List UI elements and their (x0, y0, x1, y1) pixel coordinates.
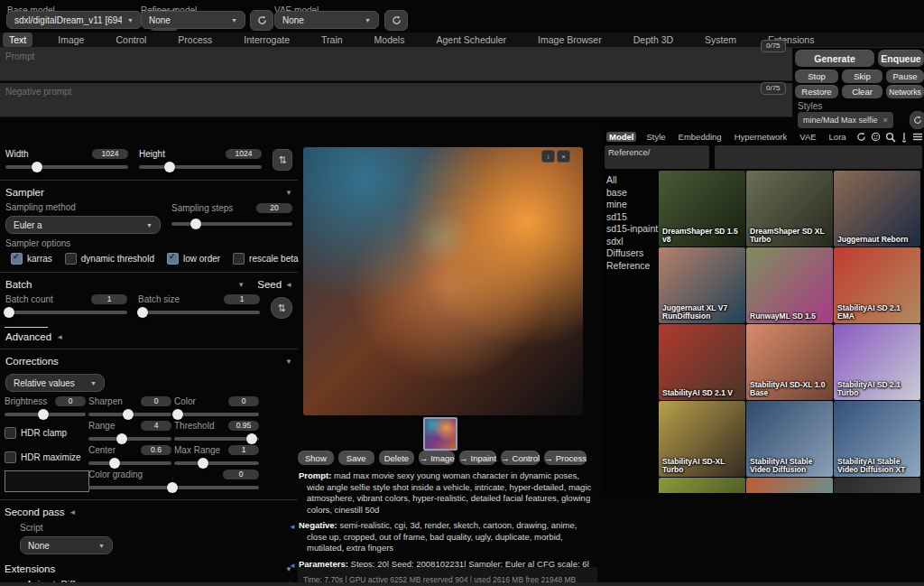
networks-folder-item[interactable]: Diffusers (606, 247, 659, 260)
prompt-input[interactable] (0, 48, 792, 81)
stop-button[interactable]: Stop (795, 70, 838, 83)
main-tab[interactable]: Text (3, 33, 32, 47)
center-slider[interactable] (88, 461, 171, 465)
batch-size-handle[interactable] (137, 307, 148, 318)
networks-tab[interactable]: Model (606, 132, 636, 142)
model-card[interactable]: StabilityAI SD 2.1 V (659, 324, 745, 400)
corrections-mode-select[interactable]: Relative values▼ (5, 374, 105, 392)
pause-button[interactable]: Pause (886, 70, 924, 83)
width-slider[interactable] (5, 165, 128, 169)
model-card[interactable]: DreamShaper SD 1.5 v8 (659, 171, 745, 246)
networks-folder-item[interactable]: Reference (606, 260, 659, 273)
checkbox[interactable] (5, 451, 16, 463)
width-slider-handle[interactable] (32, 162, 42, 172)
second-pass-section-header[interactable]: Second pass◄ (5, 505, 292, 519)
sampler-section-header[interactable]: Sampler▼ (5, 185, 292, 200)
generated-image[interactable] (303, 147, 583, 415)
selected-style-tag[interactable]: mine/Mad Max selfie× (798, 112, 893, 128)
networks-folder-item[interactable]: base (606, 187, 659, 200)
main-tab[interactable]: Image Browser (531, 33, 608, 47)
batch-count-slider[interactable] (5, 311, 127, 314)
sampler-option[interactable]: karras (11, 253, 52, 265)
sharpen-slider[interactable] (88, 413, 171, 416)
checkbox[interactable] (233, 253, 245, 265)
sort-icon[interactable] (912, 132, 923, 142)
search-icon[interactable] (885, 132, 896, 143)
close-image-button[interactable]: × (557, 150, 570, 163)
skip-button[interactable]: Skip (842, 70, 882, 83)
max-range-slider[interactable] (174, 461, 259, 465)
base-model-select[interactable]: sdxl/digitalDream_v11 [6948:▼ (6, 11, 142, 29)
threshold-handle[interactable] (246, 433, 257, 444)
swap-batch-button[interactable]: ⇅ (271, 297, 292, 319)
color-grading-handle[interactable] (167, 482, 178, 493)
model-card[interactable] (746, 478, 833, 493)
sharpen-handle[interactable] (123, 409, 134, 420)
send-to-control-button[interactable]: →Control (501, 451, 540, 465)
networks-tab[interactable]: Lora (827, 132, 849, 142)
generate-button[interactable]: Generate (795, 50, 874, 67)
model-card[interactable]: Juggernaut XL V7 RunDiffusion (659, 247, 745, 323)
checkbox[interactable] (167, 253, 179, 265)
color-slider[interactable] (174, 413, 259, 416)
swap-dimensions-button[interactable]: ⇅ (273, 149, 292, 171)
download-image-button[interactable]: ↓ (541, 150, 555, 163)
model-card[interactable] (834, 478, 920, 493)
extensions-section-header[interactable]: Extensions▼ (5, 562, 292, 576)
expand-icon[interactable]: ◄ (289, 522, 296, 534)
range-handle[interactable] (116, 433, 127, 444)
networks-tab[interactable]: Embedding (676, 132, 725, 142)
batch-count-handle[interactable] (4, 307, 14, 318)
model-card[interactable]: RunwayML SD 1.5 (746, 247, 833, 323)
sampling-steps-slider[interactable] (171, 222, 292, 226)
color-grading-swatch[interactable] (5, 470, 89, 492)
batch-size-slider[interactable] (138, 311, 260, 314)
hdr-clamp-option[interactable]: HDR clamp (5, 425, 86, 441)
max-range-handle[interactable] (198, 458, 208, 469)
vae-model-select[interactable]: None▼ (274, 11, 379, 29)
main-tab[interactable]: Models (368, 33, 411, 47)
network-description-box[interactable] (715, 145, 922, 169)
sampling-method-select[interactable]: Euler a▼ (5, 216, 161, 234)
model-card[interactable]: StabilityAI Stable Video Diffusion (746, 401, 833, 477)
color-grading-slider[interactable] (88, 486, 259, 489)
refiner-model-refresh-button[interactable] (250, 10, 273, 31)
negative-prompt-input[interactable] (0, 83, 792, 117)
script-select[interactable]: None▼ (20, 536, 113, 554)
main-tab[interactable]: Control (109, 33, 152, 47)
networks-tab[interactable]: Style (643, 132, 668, 142)
checkbox[interactable] (5, 427, 16, 439)
model-card[interactable]: StabilityAI SD 2.1 Turbo (834, 324, 920, 400)
save-button[interactable]: Save (338, 451, 374, 465)
main-tab[interactable]: System (698, 33, 743, 47)
styles-refresh-button[interactable] (910, 111, 924, 129)
sampler-option[interactable]: dynamic threshold (65, 253, 154, 265)
sampler-option[interactable]: rescale beta (233, 253, 298, 265)
main-tab[interactable]: Process (171, 33, 218, 47)
clear-button[interactable]: Clear (842, 85, 882, 98)
networks-folder-item[interactable]: All (606, 174, 659, 187)
center-handle[interactable] (109, 458, 120, 469)
range-slider[interactable] (88, 437, 171, 441)
networks-folder-item[interactable]: sd15-inpaint (606, 223, 659, 236)
expand-icon[interactable]: ◄ (289, 561, 296, 572)
details-icon[interactable] (871, 132, 881, 142)
checkbox[interactable] (11, 253, 23, 265)
hdr-maximize-option[interactable]: HDR maximize (5, 450, 86, 465)
networks-tab[interactable]: VAE (797, 132, 818, 142)
brightness-slider[interactable] (5, 413, 86, 416)
enqueue-button[interactable]: Enqueue (878, 50, 924, 67)
model-card[interactable]: Juggernaut Reborn (834, 171, 920, 246)
network-folder-input[interactable] (605, 145, 709, 169)
networks-folder-item[interactable]: sd15 (606, 211, 659, 224)
refiner-model-select[interactable]: None▼ (141, 11, 245, 29)
gallery-thumbnail[interactable] (423, 417, 457, 451)
brightness-handle[interactable] (38, 409, 49, 420)
color-handle[interactable] (172, 409, 183, 420)
main-tab[interactable]: Agent Scheduler (430, 33, 513, 47)
main-tab[interactable]: Image (51, 33, 90, 47)
refresh-icon[interactable] (856, 132, 866, 142)
pin-icon[interactable] (901, 132, 908, 143)
send-to-image-button[interactable]: →Image (419, 451, 455, 465)
send-to-process-button[interactable]: →Process (544, 451, 587, 465)
